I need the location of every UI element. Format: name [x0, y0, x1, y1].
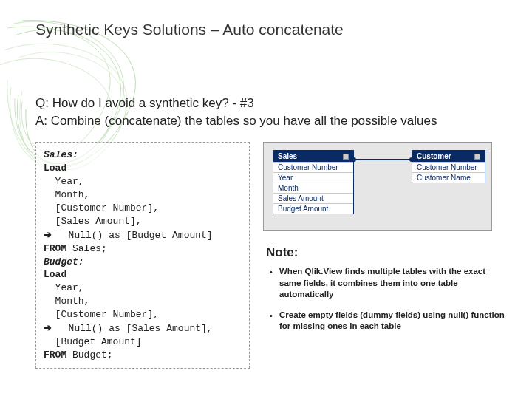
note-item: • Create empty fields (dummy fields) usi…: [263, 310, 510, 332]
slide-title: Synthetic Keys Solutions – Auto concaten…: [35, 21, 510, 38]
diagram-field: Customer Number: [273, 162, 353, 172]
diagram-table-header: Sales: [273, 151, 353, 162]
diagram-field: Month: [273, 183, 353, 193]
answer-text: A: Combine (concatenate) the tables so y…: [35, 114, 510, 129]
content-columns: Sales: Load Year, Month, [Customer Numbe…: [35, 142, 510, 369]
code-line: Sales:: [44, 149, 242, 162]
code-kw: FROM: [44, 349, 66, 361]
code-text: Null() as [Sales Amount],: [57, 322, 213, 335]
diagram-field: Budget Amount: [273, 203, 353, 214]
code-line: Load: [44, 162, 242, 175]
code-text: Null() as [Budget Amount]: [57, 229, 213, 242]
table-diagram: Sales Customer Number Year Month Sales A…: [263, 142, 492, 231]
code-line: Load: [44, 268, 242, 282]
diagram-connector: [354, 159, 412, 160]
code-line-arrow: ➔ Null() as [Budget Amount]: [44, 228, 242, 242]
code-line: [Customer Number],: [44, 202, 242, 215]
code-line: Year,: [44, 282, 242, 295]
diagram-field: Customer Name: [412, 172, 485, 183]
code-text: Sales;: [66, 243, 107, 254]
diagram-table-title: Customer: [417, 152, 451, 160]
question-text: Q: How do I avoid a synthetic key? - #3: [35, 96, 510, 111]
code-line-arrow: ➔ Null() as [Sales Amount],: [44, 321, 242, 335]
bullet-icon: •: [263, 310, 279, 332]
note-item: • When Qlik.View finds multiple tables w…: [263, 266, 510, 301]
bullet-icon: •: [263, 266, 279, 301]
notes-heading: Note:: [266, 245, 510, 260]
arrow-icon: ➔: [44, 321, 57, 335]
diagram-table-customer: Customer Customer Number Customer Name: [412, 150, 485, 183]
code-block: Sales: Load Year, Month, [Customer Numbe…: [35, 142, 250, 369]
code-line: FROM Budget;: [44, 349, 242, 362]
code-line: [Customer Number],: [44, 308, 242, 321]
connector-dot-icon: [352, 157, 356, 162]
code-text: Budget;: [66, 349, 112, 361]
diagram-table-sales: Sales Customer Number Year Month Sales A…: [273, 150, 354, 214]
window-box-icon: [343, 154, 349, 160]
diagram-table-header: Customer: [412, 151, 485, 162]
code-line: FROM Sales;: [44, 242, 242, 256]
code-line: Month,: [44, 188, 242, 202]
window-box-icon: [474, 154, 480, 160]
arrow-icon: ➔: [44, 228, 57, 242]
code-kw: FROM: [44, 243, 66, 254]
diagram-table-title: Sales: [278, 152, 297, 160]
code-line: Month,: [44, 295, 242, 308]
code-line: [Budget Amount]: [44, 335, 242, 349]
diagram-field: Year: [273, 172, 353, 183]
note-text: Create empty fields (dummy fields) using…: [279, 310, 510, 332]
notes-list: • When Qlik.View finds multiple tables w…: [263, 266, 510, 341]
slide: Synthetic Keys Solutions – Auto concaten…: [0, 0, 532, 399]
qa-block: Q: How do I avoid a synthetic key? - #3 …: [35, 96, 510, 129]
code-line: [Sales Amount],: [44, 215, 242, 228]
code-line: Year,: [44, 175, 242, 188]
diagram-field: Customer Number: [412, 162, 485, 172]
code-line: Budget:: [44, 256, 242, 269]
right-column: Sales Customer Number Year Month Sales A…: [263, 142, 510, 369]
note-text: When Qlik.View finds multiple tables wit…: [279, 266, 510, 301]
diagram-field: Sales Amount: [273, 193, 353, 203]
